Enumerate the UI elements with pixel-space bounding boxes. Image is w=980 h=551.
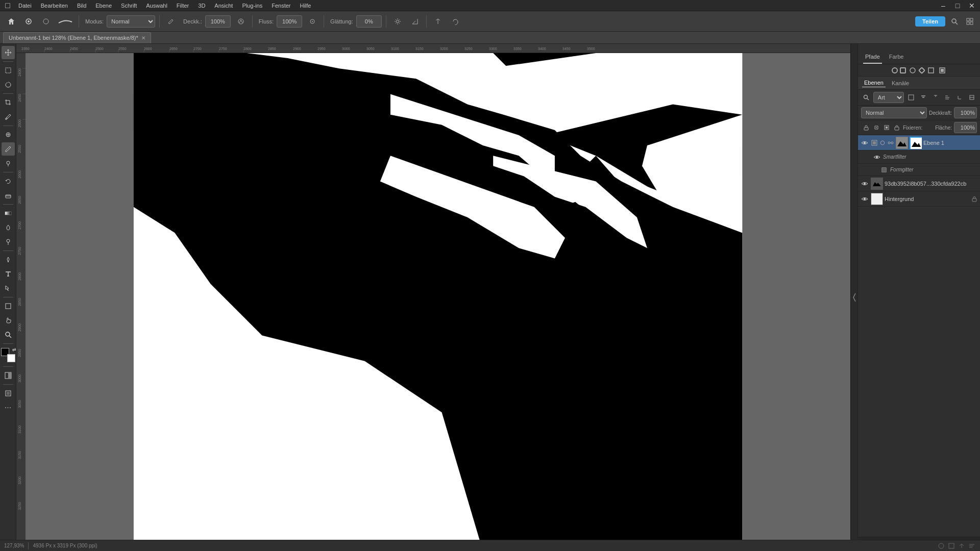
blend-mode-select[interactable]: Normal Multiplizieren Bildschirm Überlag… — [861, 107, 927, 118]
share-button[interactable]: Teilen — [915, 16, 945, 27]
menu-ansicht[interactable]: Ansicht — [210, 2, 237, 10]
menu-schrift[interactable]: Schrift — [117, 2, 141, 10]
dodge-tool[interactable] — [2, 235, 15, 248]
mode-diamond-icon[interactable] — [918, 66, 925, 73]
glaettung-input[interactable] — [356, 15, 382, 28]
tab-close-btn[interactable]: ✕ — [141, 35, 145, 41]
menu-hilfe[interactable]: Hilfe — [296, 2, 315, 10]
filter-icon4[interactable] — [942, 92, 952, 103]
filter-icon3[interactable] — [930, 92, 941, 103]
mode-square-icon[interactable] — [900, 67, 906, 73]
lock-pixels-btn[interactable] — [861, 122, 871, 133]
menu-filter[interactable]: Filter — [173, 2, 193, 10]
window-maximize[interactable]: □ — [951, 0, 964, 12]
pen-tool[interactable] — [2, 253, 15, 266]
gradient-tool[interactable] — [2, 207, 15, 220]
menu-bearbeiten[interactable]: Bearbeiten — [37, 2, 72, 10]
angle-btn[interactable] — [408, 14, 422, 29]
menu-plugins[interactable]: Plug-ins — [238, 2, 266, 10]
hand-tool[interactable] — [2, 314, 15, 327]
eraser-tool[interactable] — [2, 189, 15, 202]
settings-btn[interactable] — [390, 14, 405, 29]
screen-mode-btn[interactable] — [2, 387, 15, 400]
tab-farbe[interactable]: Farbe — [887, 52, 906, 64]
mode-circle-icon[interactable] — [892, 67, 898, 73]
menu-bild[interactable]: Bild — [73, 2, 90, 10]
layer-item-formgitter[interactable]: Formgitter — [858, 164, 980, 176]
lock-position-btn[interactable] — [871, 122, 881, 133]
lock-artboard-btn[interactable] — [881, 122, 892, 133]
layer-visibility-ebene1[interactable] — [860, 138, 869, 147]
deckkraft-input[interactable] — [205, 15, 231, 28]
menu-datei[interactable]: Datei — [14, 2, 36, 10]
filter-search-icon[interactable] — [861, 92, 871, 103]
search-icon-btn[interactable] — [948, 15, 961, 28]
home-button[interactable] — [4, 14, 18, 29]
clone-tool[interactable] — [2, 157, 15, 170]
path-select-tool[interactable] — [2, 282, 15, 295]
switch-colors-btn[interactable]: ⇄ — [12, 347, 16, 352]
layers-tabs: Ebenen Kanäle — [858, 77, 980, 90]
menu-3d[interactable]: 3D — [194, 2, 209, 10]
layer-visibility-hintergrund[interactable] — [860, 194, 869, 204]
document-tab[interactable]: Unbenannt-1 bei 128% (Ebene 1, Ebenenmas… — [3, 32, 151, 43]
layer-visibility-formgitter[interactable] — [879, 165, 889, 174]
crop-tool[interactable] — [2, 96, 15, 109]
status-icon2[interactable] — [947, 542, 955, 550]
background-color[interactable] — [7, 354, 15, 362]
filter-icon5[interactable] — [954, 92, 965, 103]
right-collapse-btn[interactable] — [850, 44, 857, 551]
window-minimize[interactable]: – — [937, 0, 949, 12]
fluss-input[interactable] — [277, 15, 302, 28]
blur-tool[interactable] — [2, 221, 15, 234]
quick-mask-btn[interactable] — [2, 369, 15, 382]
layer-item-smartfilter[interactable]: Smartfilter — [858, 151, 980, 164]
view-toggle-btn[interactable] — [964, 15, 976, 28]
eyedropper-tool[interactable] — [2, 110, 15, 123]
zoom-tool[interactable] — [2, 328, 15, 341]
lasso-tool[interactable] — [2, 78, 15, 91]
mode-circle2-icon[interactable] — [908, 66, 917, 75]
spiral-btn[interactable] — [448, 14, 462, 29]
brush-preset-btn[interactable] — [39, 14, 53, 29]
healing-tool[interactable] — [2, 128, 15, 141]
shape-tool[interactable] — [2, 299, 15, 313]
lock-all-btn[interactable] — [892, 122, 902, 133]
filter-icon6[interactable] — [967, 92, 977, 103]
fill-input[interactable] — [954, 122, 977, 133]
layer-visibility-smartfilter[interactable] — [872, 153, 881, 162]
more-tools-btn[interactable]: ··· — [2, 401, 15, 414]
layer-item-smart[interactable]: 93db3952i8b057...330cfda922cb — [858, 176, 980, 191]
pressure-opacity-btn[interactable] — [234, 14, 248, 29]
move-tool[interactable] — [2, 46, 15, 59]
menu-ebene[interactable]: Ebene — [91, 2, 116, 10]
menu-auswahl[interactable]: Auswahl — [142, 2, 172, 10]
tab-pfade[interactable]: Pfade — [863, 52, 882, 64]
layers-tab-ebenen[interactable]: Ebenen — [862, 79, 886, 87]
marquee-tool[interactable] — [2, 64, 15, 77]
type-tool[interactable] — [2, 267, 15, 281]
modus-select[interactable]: Normal Multiplizieren Bildschirm — [107, 15, 155, 28]
mode-compose-icon[interactable] — [938, 66, 947, 75]
layer-item-hintergrund[interactable]: Hintergrund — [858, 191, 980, 207]
pencil-toggle[interactable] — [164, 14, 178, 29]
canvas-container[interactable] — [26, 53, 850, 551]
layer-item-ebene1[interactable]: Ebene 1 — [858, 135, 980, 151]
mode-rect2-icon[interactable] — [926, 66, 936, 75]
filter-icon1[interactable] — [906, 92, 916, 103]
airbrush-btn[interactable] — [305, 14, 320, 29]
window-close[interactable]: ✕ — [966, 0, 978, 12]
layers-tab-kanaele[interactable]: Kanäle — [890, 79, 911, 87]
filter-type-select[interactable]: Art Name Effekt — [873, 92, 904, 103]
symmetry-btn[interactable] — [431, 14, 445, 29]
brush-tool[interactable] — [2, 142, 15, 156]
status-icon3[interactable] — [958, 542, 966, 550]
status-icon4[interactable] — [968, 542, 976, 550]
history-tool[interactable] — [2, 174, 15, 188]
status-icon1[interactable] — [937, 542, 945, 550]
opacity-input[interactable] — [954, 107, 977, 118]
brush-tool-btn[interactable] — [21, 14, 36, 29]
filter-icon2[interactable] — [918, 92, 928, 103]
menu-fenster[interactable]: Fenster — [267, 2, 295, 10]
layer-visibility-smart[interactable] — [860, 179, 869, 188]
